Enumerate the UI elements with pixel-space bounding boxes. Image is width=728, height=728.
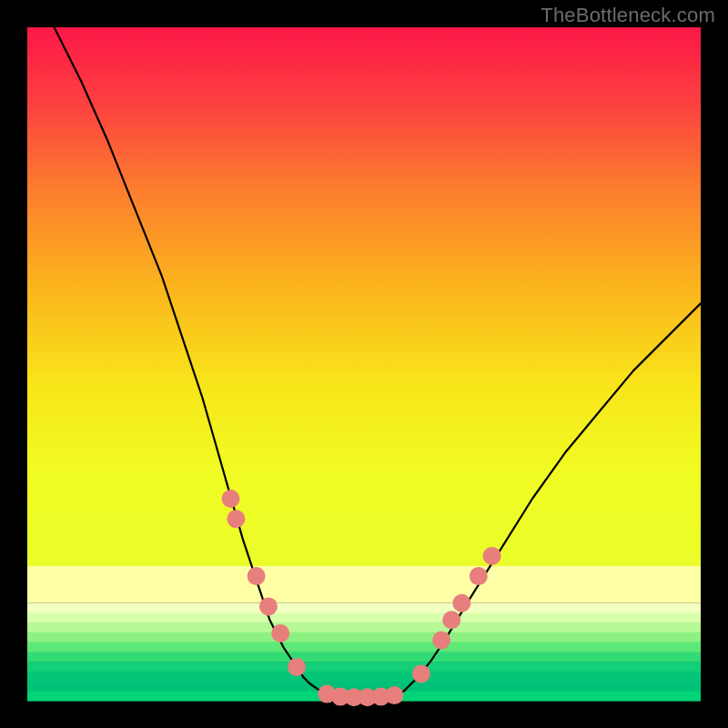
watermark-text: TheBottleneck.com (541, 4, 715, 27)
marker-dot (271, 624, 289, 642)
chart-stage: TheBottleneck.com (0, 0, 728, 728)
bottleneck-chart (0, 0, 728, 728)
marker-dot (227, 510, 245, 528)
svg-rect-6 (27, 642, 701, 652)
svg-rect-8 (27, 662, 701, 672)
svg-rect-5 (27, 632, 701, 642)
marker-dot (248, 567, 266, 585)
svg-rect-9 (27, 672, 701, 682)
marker-dot (442, 611, 460, 629)
marker-dot (412, 664, 430, 682)
marker-dot (288, 658, 306, 676)
background-gradient (27, 27, 701, 702)
marker-dot (385, 686, 403, 704)
marker-dot (259, 597, 278, 615)
marker-dot (483, 547, 501, 565)
svg-rect-1 (27, 566, 701, 603)
marker-dot (452, 594, 470, 612)
marker-dot (470, 567, 488, 585)
svg-rect-4 (27, 622, 701, 632)
marker-dot (222, 490, 240, 508)
svg-rect-2 (27, 603, 701, 613)
svg-rect-7 (27, 652, 701, 662)
svg-rect-0 (27, 27, 701, 566)
svg-rect-3 (27, 612, 701, 622)
marker-dot (432, 631, 450, 649)
